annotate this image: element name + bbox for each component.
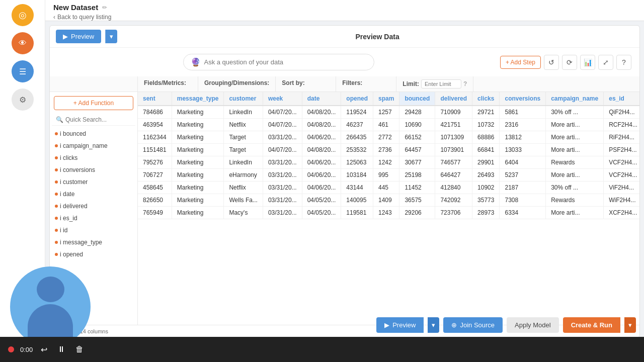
field-type-indicator: [55, 253, 58, 256]
fields-spacer: [50, 76, 138, 92]
expand-icon-btn[interactable]: ⤢: [598, 55, 613, 70]
field-search-input[interactable]: [65, 116, 131, 123]
column-header-date[interactable]: date: [302, 92, 341, 106]
table-row: 458645MarketingNetflix03/31/20...04/06/2…: [138, 182, 639, 194]
add-step-button[interactable]: + Add Step: [500, 56, 541, 69]
data-table-area[interactable]: sentmessage_typecustomerweekdateopenedsp…: [138, 92, 639, 325]
back-link[interactable]: ‹ Back to query listing: [53, 14, 636, 21]
avatar-head: [37, 277, 64, 302]
field-item[interactable]: i date: [50, 188, 137, 200]
table-row: 1162344MarketingTarget03/31/20...04/06/2…: [138, 131, 639, 144]
field-type-indicator: [55, 241, 58, 244]
preview-icon-btn[interactable]: 👁: [12, 32, 34, 54]
data-table: sentmessage_typecustomerweekdateopenedsp…: [138, 92, 639, 219]
field-type-indicator: [55, 132, 58, 135]
bottom-action-bar: ▶ Preview ▾ ⊕ Join Source Apply Model Cr…: [141, 313, 644, 337]
page-title: New Dataset: [53, 3, 98, 12]
field-item[interactable]: i conversions: [50, 164, 137, 176]
limit-input[interactable]: [421, 79, 461, 88]
help-icon-btn[interactable]: ?: [616, 55, 631, 70]
preview-title: Preview Data: [121, 33, 633, 41]
column-header-delivered[interactable]: delivered: [435, 92, 472, 106]
table-row: 826650MarketingWells Fa...03/31/20...04/…: [138, 194, 639, 207]
header-top: New Dataset ✏ ‹ Back to query listing: [45, 0, 644, 21]
column-header-opened[interactable]: opened: [341, 92, 373, 106]
column-header-spam[interactable]: spam: [373, 92, 399, 106]
pause-button[interactable]: ⏸: [55, 343, 67, 356]
field-item[interactable]: i campaign_name: [50, 140, 137, 152]
rewind-button[interactable]: ↩: [39, 343, 49, 356]
fields-metrics-header: Fields/Metrics:: [138, 76, 198, 92]
table-row: 795276MarketingLinkedIn03/31/20...04/06/…: [138, 156, 639, 169]
play-icon-bottom: ▶: [384, 321, 389, 329]
content-area: + Add Function 🔍 i bouncedi campaign_nam…: [50, 92, 639, 325]
field-type-indicator: [55, 217, 58, 220]
table-row: 706727MarketingeHarmony03/31/20...04/06/…: [138, 169, 639, 182]
back-chevron-icon: ‹: [53, 14, 55, 21]
field-item[interactable]: i delivered: [50, 200, 137, 212]
reload-icon-btn[interactable]: ⟳: [562, 55, 577, 70]
plus-icon: ⊕: [451, 321, 457, 329]
column-header-sent[interactable]: sent: [138, 92, 172, 106]
data-icon-btn[interactable]: ◎: [12, 4, 34, 26]
ask-question-bar[interactable]: 🔮: [183, 54, 374, 70]
filters-header: Filters:: [336, 76, 396, 92]
bottom-preview-button[interactable]: ▶ Preview: [376, 317, 424, 333]
field-type-indicator: [55, 193, 58, 196]
main-content: New Dataset ✏ ‹ Back to query listing ▶ …: [45, 0, 644, 362]
search-box: 🔍: [52, 114, 135, 126]
apply-model-button[interactable]: Apply Model: [507, 317, 559, 333]
field-item[interactable]: i opened: [50, 248, 137, 260]
create-run-button[interactable]: Create & Run: [563, 317, 620, 333]
join-source-button[interactable]: ⊕ Join Source: [443, 317, 503, 333]
grouping-dimensions-header: Grouping/Dimensions:: [198, 76, 276, 92]
preview-dropdown-btn[interactable]: ▾: [105, 30, 117, 43]
avatar-body: [28, 304, 73, 337]
bottom-preview-dropdown[interactable]: ▾: [428, 317, 439, 333]
help-limit-icon: ?: [463, 80, 467, 87]
field-item[interactable]: i bounced: [50, 128, 137, 140]
column-header-conversions[interactable]: conversions: [500, 92, 546, 106]
column-header-clicks[interactable]: clicks: [472, 92, 500, 106]
ai-icon: 🔮: [191, 57, 201, 67]
column-header-week[interactable]: week: [263, 92, 302, 106]
table-row: 1151481MarketingTarget04/07/20...04/08/2…: [138, 144, 639, 156]
field-item[interactable]: i id: [50, 224, 137, 236]
field-item[interactable]: i clicks: [50, 152, 137, 164]
column-header-bounced[interactable]: bounced: [399, 92, 435, 106]
column-header-message_type[interactable]: message_type: [172, 92, 224, 106]
chart-icon-btn[interactable]: 📊: [580, 55, 595, 70]
edit-icon[interactable]: ✏: [102, 4, 107, 11]
settings-icon-btn[interactable]: ⚙: [12, 88, 34, 111]
create-run-dropdown[interactable]: ▾: [624, 317, 636, 333]
preview-button[interactable]: ▶ Preview: [56, 30, 101, 43]
field-item[interactable]: i es_id: [50, 212, 137, 224]
column-header-campaign_name[interactable]: campaign_name: [546, 92, 604, 106]
add-function-button[interactable]: + Add Function: [54, 96, 133, 110]
ask-question-input[interactable]: [204, 58, 367, 66]
stop-button[interactable]: 🗑: [73, 343, 86, 356]
field-item[interactable]: i message_type: [50, 236, 137, 248]
preview-panel: ▶ Preview ▾ Preview Data 🔮 + Add Step ↺: [49, 25, 640, 338]
table-row: 463954MarketingNetflix04/07/20...04/08/2…: [138, 119, 639, 131]
recording-indicator: [8, 346, 14, 352]
field-item[interactable]: i customer: [50, 176, 137, 188]
field-type-indicator: [55, 229, 58, 232]
field-type-indicator: [55, 168, 58, 171]
ask-area: 🔮 + Add Step ↺ ⟳ 📊 ⤢ ?: [50, 48, 639, 76]
table-row: 765949MarketingMacy's03/31/20...04/05/20…: [138, 207, 639, 219]
field-type-indicator: [55, 144, 58, 147]
preview-toolbar: ▶ Preview ▾ Preview Data: [50, 26, 639, 48]
play-icon: ▶: [63, 33, 68, 40]
refresh-icon-btn[interactable]: ↺: [544, 55, 559, 70]
sort-by-header: Sort by:: [276, 76, 336, 92]
limit-header: Limit: ?: [396, 76, 473, 92]
search-icon: 🔍: [56, 116, 63, 123]
column-header-es_id[interactable]: es_id: [604, 92, 639, 106]
filter-icon-btn[interactable]: ☰: [12, 60, 34, 82]
avatar-area: [10, 266, 91, 347]
column-header-customer[interactable]: customer: [224, 92, 263, 106]
table-row: 784686MarketingLinkedIn04/07/20...04/08/…: [138, 106, 639, 119]
field-type-indicator: [55, 156, 58, 159]
recording-time: 0:00: [20, 346, 33, 353]
